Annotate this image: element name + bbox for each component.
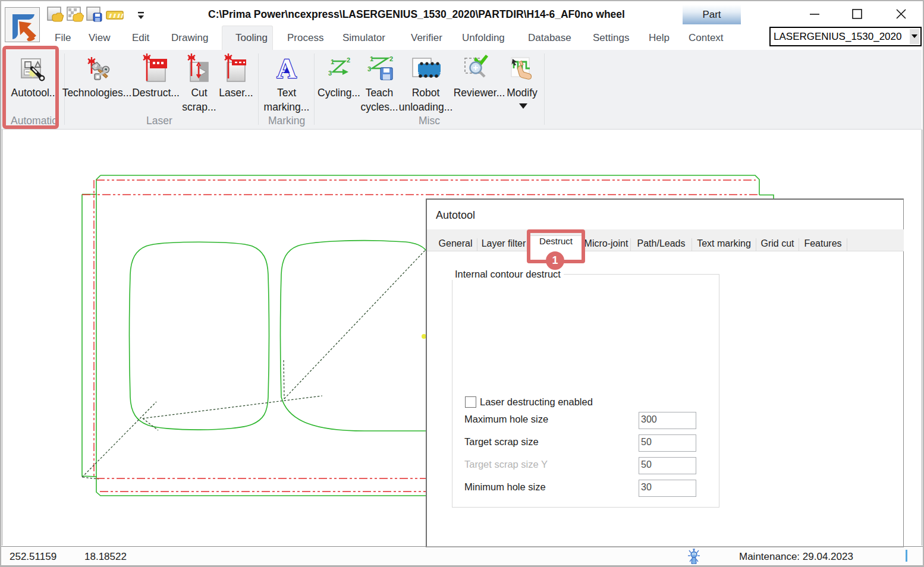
svg-text:2: 2 bbox=[389, 55, 393, 62]
svg-text:2: 2 bbox=[347, 56, 350, 64]
svg-text:3: 3 bbox=[328, 70, 332, 77]
